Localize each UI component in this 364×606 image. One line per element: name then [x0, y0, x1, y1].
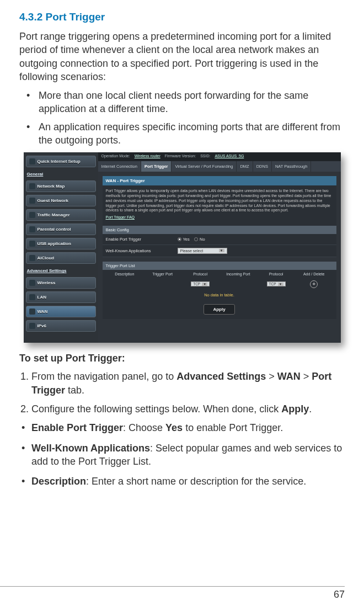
sidebar-item-label: Network Map [38, 184, 65, 189]
apply-label: Apply [281, 403, 309, 414]
section-title: Port Trigger [46, 11, 105, 23]
globe-icon [29, 309, 35, 315]
tab-nat-passthrough[interactable]: NAT Passthrough [272, 161, 312, 172]
sidebar: Quick Internet Setup General Network Map… [24, 152, 98, 343]
sidebar-item-usb[interactable]: USB application [26, 238, 96, 249]
sidebar-quick-setup[interactable]: Quick Internet Setup [26, 156, 96, 167]
sidebar-item-traffic[interactable]: Traffic Manager [26, 209, 96, 221]
users-icon [29, 198, 35, 204]
nav-wan: WAN [277, 371, 301, 382]
scenario-item: More than one local client needs port fo… [39, 89, 345, 116]
select-protocol-1[interactable]: TCP▼ [191, 281, 210, 286]
opt-name: Enable Port Trigger [31, 422, 123, 433]
tab-virtual-server[interactable]: Virtual Server / Port Forwarding [172, 161, 237, 172]
lock-icon [29, 226, 35, 232]
proto-value: TCP [269, 282, 276, 286]
tab-internet-connection[interactable]: Internet Connection [98, 161, 141, 172]
basic-config-bar: Basic Config [103, 226, 336, 234]
usb-icon [29, 241, 35, 247]
step-text: tab. [65, 385, 84, 396]
sidebar-item-label: USB application [38, 241, 71, 246]
sidebar-item-label: Wireless [38, 280, 56, 285]
faq-link[interactable]: Port Trigger FAQ [106, 215, 135, 220]
scenario-item: An application requires specific incomin… [39, 120, 345, 147]
tab-bar: Internet Connection Port Trigger Virtual… [98, 161, 341, 172]
sidebar-item-label: Traffic Manager [38, 212, 70, 217]
gauge-icon [29, 212, 35, 218]
step-1: From the navigation panel, go to Advance… [31, 370, 345, 397]
top-status-bar: Operation Mode: Wireless router Firmware… [98, 152, 341, 161]
sidebar-item-label: Parental control [38, 227, 71, 232]
chevron-down-icon: ▼ [202, 283, 207, 286]
select-protocol-2[interactable]: TCP▼ [267, 281, 286, 286]
sidebar-item-ipv6[interactable]: IPv6 [26, 320, 96, 332]
sidebar-item-network-map[interactable]: Network Map [26, 180, 96, 192]
main-panel: Operation Mode: Wireless router Firmware… [98, 152, 341, 343]
opt-name: Well-Known Applications [31, 443, 150, 454]
cloud-icon [29, 255, 35, 261]
step-text: > [301, 371, 312, 382]
radio-no-label: No [200, 237, 205, 242]
wka-select[interactable]: Please select ▼ [178, 248, 227, 254]
col-description: Description [106, 272, 144, 276]
add-button[interactable]: + [310, 280, 318, 288]
router-screenshot: Quick Internet Setup General Network Map… [24, 152, 341, 343]
proto-value: TCP [193, 282, 200, 286]
radio-yes[interactable] [178, 237, 181, 241]
sidebar-item-label: Quick Internet Setup [38, 159, 81, 164]
radio-no[interactable] [194, 237, 198, 241]
sidebar-item-label: Guest Network [38, 198, 68, 203]
panel-title: WAN - Port Trigger [103, 176, 336, 185]
sidebar-item-label: LAN [38, 295, 46, 300]
col-trigger-port: Trigger Port [143, 272, 181, 276]
tlist-input-row: TCP▼ TCP▼ + [103, 278, 336, 290]
setup-heading: To set up Port Trigger: [19, 353, 345, 364]
lan-icon [29, 294, 35, 300]
ssid-label: SSID: [200, 154, 210, 160]
setup-steps: From the navigation panel, go to Advance… [19, 370, 345, 416]
col-protocol-1: Protocol [181, 272, 220, 276]
page-number: 67 [334, 589, 345, 600]
mode-value[interactable]: Wireless router [135, 154, 160, 160]
sidebar-item-wan[interactable]: WAN [26, 306, 96, 317]
enable-port-trigger-row: Enable Port Trigger Yes No [103, 234, 336, 245]
panel-body-text: Port Trigger allows you to temporarily o… [106, 189, 331, 212]
tab-ddns[interactable]: DDNS [253, 161, 272, 172]
fw-label: Firmware Version: [165, 154, 196, 160]
opt-text: : Enter a short name or description for … [86, 476, 306, 487]
step-text: From the navigation panel, go to [31, 371, 176, 382]
tab-dmz[interactable]: DMZ [237, 161, 253, 172]
tlist-title: Trigger Port List [103, 262, 336, 270]
apply-button[interactable]: Apply [204, 304, 234, 315]
sidebar-item-aicloud[interactable]: AiCloud [26, 252, 96, 264]
panel-description: Port Trigger allows you to temporarily o… [103, 185, 336, 224]
tlist-columns: Description Trigger Port Protocol Incomi… [103, 270, 336, 278]
wrench-icon [29, 158, 35, 164]
sidebar-item-lan[interactable]: LAN [26, 291, 96, 303]
no-data-message: No data in table. [103, 290, 336, 300]
option-list: Enable Port Trigger: Choose Yes to enabl… [19, 421, 345, 488]
option-wka: Well-Known Applications: Select popular … [31, 442, 345, 469]
sidebar-item-guest-network[interactable]: Guest Network [26, 195, 96, 206]
sidebar-item-parental[interactable]: Parental control [26, 224, 96, 235]
step-text: . [309, 403, 312, 414]
nav-advanced-settings: Advanced Settings [176, 371, 266, 382]
opt-name: Description [31, 476, 86, 487]
step-text: > [266, 371, 277, 382]
opt-text: : Choose [123, 422, 165, 433]
option-enable: Enable Port Trigger: Choose Yes to enabl… [31, 421, 345, 434]
tab-port-trigger[interactable]: Port Trigger [141, 161, 172, 172]
sidebar-item-label: AiCloud [38, 256, 55, 261]
sidebar-item-wireless[interactable]: Wireless [26, 277, 96, 289]
option-description: Description: Enter a short name or descr… [31, 475, 345, 488]
section-number: 4.3.2 [19, 11, 42, 23]
wka-select-value: Please select [180, 249, 204, 253]
mode-label: Operation Mode: [101, 154, 130, 160]
step-2: Configure the following settings below. … [31, 402, 345, 416]
sidebar-heading-advanced: Advanced Settings [26, 267, 96, 275]
wka-row: Well-Known Applications Please select ▼ [103, 245, 336, 257]
map-icon [29, 183, 35, 189]
apply-row: Apply [103, 300, 336, 319]
ipv6-icon [29, 323, 35, 329]
col-add-delete: Add / Delete [295, 272, 333, 276]
